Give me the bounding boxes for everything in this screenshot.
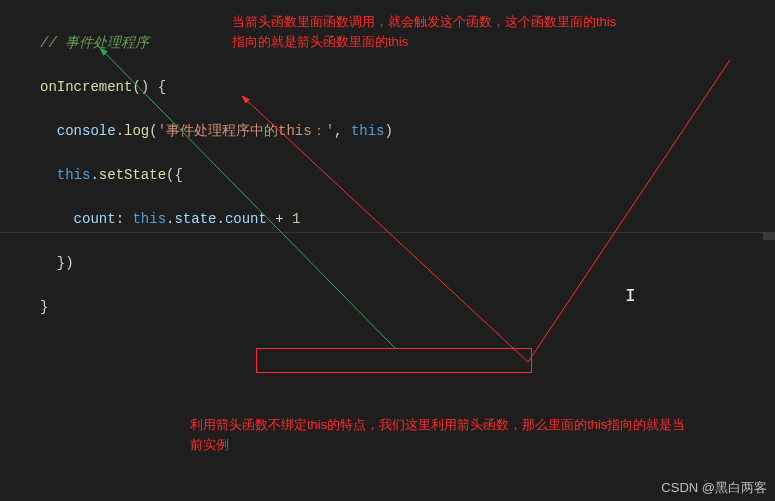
- code-token: (: [149, 123, 157, 139]
- code-token: count: [74, 211, 116, 227]
- code-token: () {: [132, 79, 166, 95]
- code-token: .: [116, 123, 124, 139]
- code-token: this: [351, 123, 385, 139]
- divider-line: [0, 232, 775, 233]
- annotation-top-line2: 指向的就是箭头函数里面的this: [232, 34, 702, 50]
- code-token: ): [385, 123, 393, 139]
- code-token: ({: [166, 167, 183, 183]
- code-token: count: [225, 211, 267, 227]
- scrollbar-mark: [763, 232, 775, 240]
- code-token: setState: [99, 167, 166, 183]
- code-token: log: [124, 123, 149, 139]
- code-token: this: [132, 211, 166, 227]
- annotation-bottom-line2: 前实例: [190, 437, 760, 453]
- code-token: }: [40, 299, 48, 315]
- code-token: state: [174, 211, 216, 227]
- code-token: '事件处理程序中的this：': [158, 123, 334, 139]
- code-token: onIncrement: [40, 79, 132, 95]
- code-token: +: [267, 211, 292, 227]
- annotation-top-line1: 当箭头函数里面函数调用，就会触发这个函数，这个函数里面的this: [232, 14, 702, 30]
- text-cursor-icon: I: [625, 286, 636, 306]
- annotation-bottom-line1: 利用箭头函数不绑定this的特点，我们这里利用箭头函数，那么里面的this指向的…: [190, 417, 760, 433]
- code-token: this: [57, 167, 91, 183]
- code-token: ,: [334, 123, 351, 139]
- code-token: }): [57, 255, 74, 271]
- code-comment: // 事件处理程序: [40, 35, 149, 51]
- watermark: CSDN @黑白两客: [661, 479, 767, 497]
- code-token: console: [57, 123, 116, 139]
- code-token: :: [116, 211, 133, 227]
- code-token: .: [216, 211, 224, 227]
- code-token: .: [90, 167, 98, 183]
- code-token: 1: [292, 211, 300, 227]
